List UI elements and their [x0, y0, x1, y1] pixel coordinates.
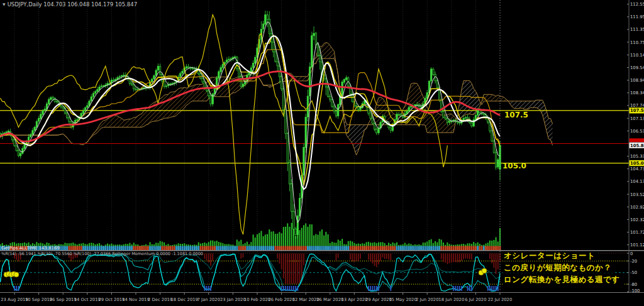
note-line-3: ロング転換かを見極める週です — [502, 275, 623, 285]
chart-title-text: USDJPY,Daily 104.703 106.048 104.179 105… — [8, 1, 137, 8]
chart-title: ▼USDJPY,Daily 104.703 106.048 104.179 10… — [3, 1, 137, 8]
indicator-header-label: GetPips ALLTIME 143.8169 — [1, 246, 60, 251]
collapse-icon[interactable]: ▼ — [3, 2, 6, 6]
resistance-level-label: 107.5 — [504, 111, 528, 119]
indicator-status-line: %R(14) -56.1941 %R(30) -70.5560 %R(100) … — [1, 251, 203, 256]
mt4-chart-window: 112.550111.950111.350110.750110.140109.5… — [0, 0, 644, 306]
time-axis[interactable] — [0, 293, 644, 306]
note-line-2: この戻りが短期的なものか？ — [502, 263, 614, 273]
price-axis[interactable] — [629, 0, 644, 292]
note-line-1: オシレーターはショート — [502, 251, 598, 261]
support-level-label: 105.0 — [502, 161, 526, 170]
